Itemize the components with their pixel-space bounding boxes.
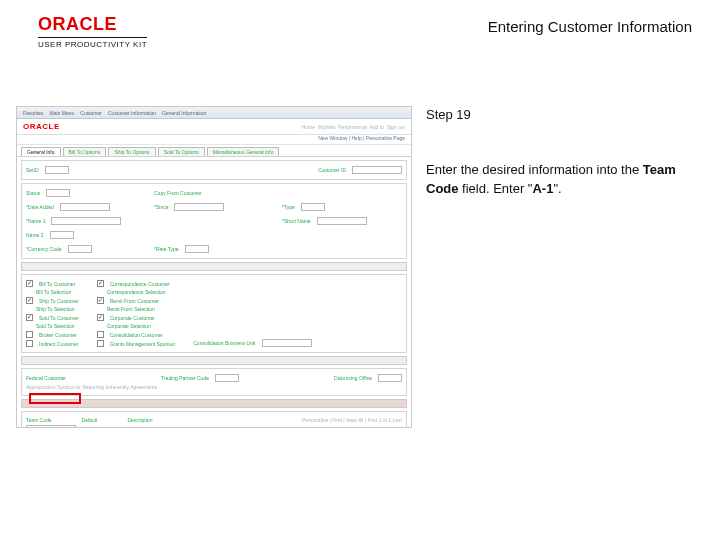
tab-shipto: Ship To Options xyxy=(108,147,155,156)
app-logo-row: ORACLE Home Worklist Performance Add to … xyxy=(17,119,411,135)
instruction-value: A-1 xyxy=(532,181,553,196)
instruction-mid: field. Enter " xyxy=(459,181,533,196)
tab-misc: Miscellaneous General Info xyxy=(207,147,280,156)
page: ORACLE USER PRODUCTIVITY KIT Entering Cu… xyxy=(0,0,720,540)
block-support: Team CodeDefaultDescriptionPersonalize |… xyxy=(21,411,407,428)
menubar: FavoritesMain MenuCustomerCustomer Infor… xyxy=(17,107,411,119)
oracle-logo-mini: ORACLE xyxy=(23,122,60,131)
section-fedattrs-bar xyxy=(21,356,407,365)
block-main: Status Copy From Customer *Date Added *S… xyxy=(21,183,407,259)
link-row: New Window | Help | Personalize Page xyxy=(17,135,411,145)
block-fed: Federal CustomerTrading Partner CodeDisb… xyxy=(21,368,407,396)
instruction-tail: ". xyxy=(553,181,561,196)
brand-subtitle: USER PRODUCTIVITY KIT xyxy=(38,37,147,49)
brand-name: ORACLE xyxy=(38,14,147,35)
tab-soldto: Sold To Options xyxy=(158,147,205,156)
tab-billto: Bill To Options xyxy=(63,147,107,156)
page-title: Entering Customer Information xyxy=(488,18,692,35)
block-roles: Bill To Customer Bill To Selection Ship … xyxy=(21,274,407,353)
block-id: SetIDCustomer ID xyxy=(21,160,407,180)
header: ORACLE USER PRODUCTIVITY KIT Entering Cu… xyxy=(38,14,692,49)
instruction-text: Enter the desired information into the T… xyxy=(426,161,686,199)
instructions: Step 19 Enter the desired information in… xyxy=(426,106,686,428)
team-code-input[interactable] xyxy=(26,425,76,428)
tabs: General Info Bill To Options Ship To Opt… xyxy=(17,145,411,157)
tab-general: General Info xyxy=(21,147,61,156)
content: FavoritesMain MenuCustomerCustomer Infor… xyxy=(16,106,686,428)
step-label: Step 19 xyxy=(426,106,686,125)
app-screenshot: FavoritesMain MenuCustomerCustomer Infor… xyxy=(16,106,412,428)
instruction-lead: Enter the desired information into the xyxy=(426,162,643,177)
highlight-box xyxy=(29,393,81,404)
section-customer-bar xyxy=(21,262,407,271)
brand: ORACLE USER PRODUCTIVITY KIT xyxy=(38,14,147,49)
